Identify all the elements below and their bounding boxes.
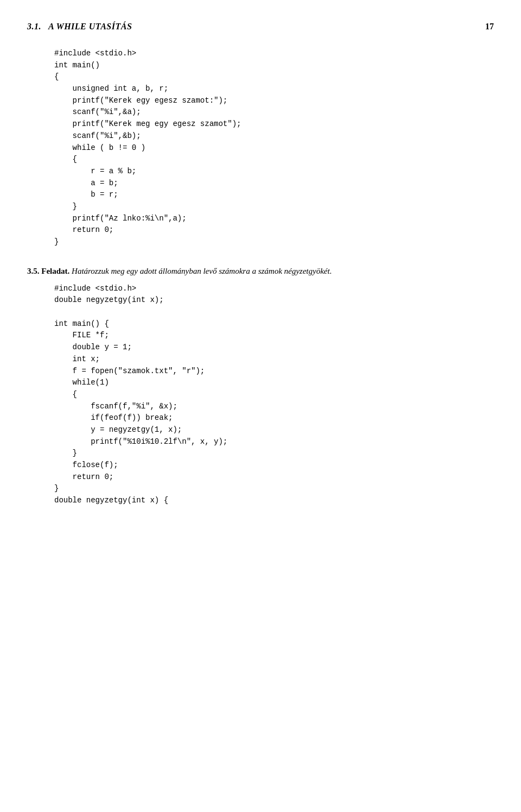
page-number: 17 (485, 22, 494, 32)
chapter-number: 3.1. (27, 22, 41, 31)
chapter-title: 3.1. A WHILE UTASÍTÁS (27, 22, 132, 32)
section-number: 3.5. (27, 267, 40, 275)
chapter-name: A WHILE UTASÍTÁS (48, 22, 132, 31)
section-description: Határozzuk meg egy adott állományban lev… (72, 267, 332, 275)
code-block-2: #include <stdio.h> double negyzetgy(int … (54, 283, 494, 507)
page-header: 3.1. A WHILE UTASÍTÁS 17 (27, 22, 494, 32)
code-block-1: #include <stdio.h> int main() { unsigned… (54, 48, 494, 248)
section-35-heading: 3.5. Feladat. Határozzuk meg egy adott á… (27, 265, 494, 278)
section-label: Feladat. (41, 267, 69, 275)
